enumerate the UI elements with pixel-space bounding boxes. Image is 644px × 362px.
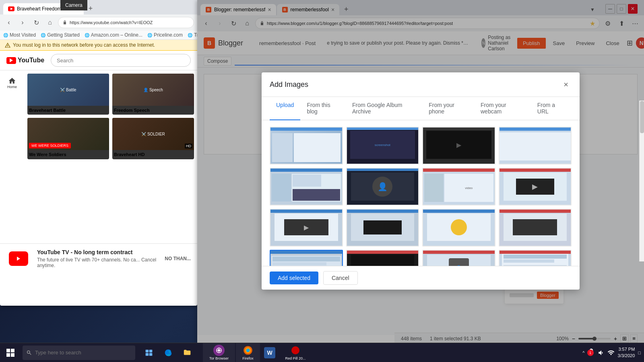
add-selected-button[interactable]: Add selected xyxy=(270,272,318,284)
image-thumb-7[interactable] xyxy=(422,209,495,247)
taskbar-search-input[interactable] xyxy=(35,350,131,356)
image-thumb-t2[interactable]: screenshot xyxy=(346,127,419,165)
yt-sidebar-home[interactable]: Home xyxy=(0,74,24,92)
refresh-button-left[interactable]: ↻ xyxy=(31,17,42,28)
taskbar-right: ^ 1 3:57 PM 3/3/2020 □ xyxy=(579,346,644,359)
taskbar-task-view[interactable] xyxy=(140,343,158,362)
modal-tab-webcam[interactable]: From your webcam xyxy=(474,97,531,120)
taskbar-edge-browser[interactable] xyxy=(159,343,177,362)
youtube-favicon xyxy=(8,6,14,12)
image-thumb-9[interactable] xyxy=(270,250,343,266)
tor-browser-taskbar-button[interactable]: Tor Browser xyxy=(203,343,235,362)
forward-button-left[interactable]: › xyxy=(17,17,28,28)
back-button-left[interactable]: ‹ xyxy=(3,17,14,28)
image-thumb-12[interactable] xyxy=(499,250,572,266)
youtube-logo[interactable]: YouTube xyxy=(6,57,44,64)
youtube-tv-no-thanks-button[interactable]: NO THAN... xyxy=(165,256,191,261)
modal-tab-google-album[interactable]: From Google Album Archive xyxy=(346,97,422,120)
modal-tab-this-blog[interactable]: From this blog xyxy=(300,97,346,120)
image-thumb-t4[interactable] xyxy=(499,127,572,165)
speaker-icon[interactable] xyxy=(598,349,605,356)
show-hidden-icons-button[interactable]: ^ xyxy=(582,350,584,355)
youtube-tv-ad: YouTube TV - No long term contract The f… xyxy=(0,243,197,274)
edge-icon xyxy=(164,348,173,357)
modal-tab-phone[interactable]: From your phone xyxy=(422,97,474,120)
modal-close-button[interactable]: × xyxy=(560,79,572,90)
video-info-4: Braveheart HD xyxy=(112,150,194,159)
video-thumb-4[interactable]: HD ⚔️ SOLDIER Braveheart HD xyxy=(112,118,194,159)
clock-display[interactable]: 3:57 PM 3/3/2020 xyxy=(618,346,635,359)
video-thumb-1[interactable]: ⚔️ Battle Braveheart Battle xyxy=(27,74,109,115)
svg-point-14 xyxy=(246,349,250,352)
video-info-1: Braveheart Battle xyxy=(27,106,109,115)
show-desktop-button[interactable]: □ xyxy=(638,350,641,355)
address-bar-left[interactable]: https://www.youtube.com/watch?v=IEOOZ xyxy=(58,17,194,28)
youtube-tv-play xyxy=(17,257,20,261)
taskbar: Tor Browser Firefox W Red Pill 20... ^ xyxy=(0,343,644,362)
youtube-icon xyxy=(6,57,16,64)
taskbar-search-icon xyxy=(27,350,32,356)
image-thumb-5[interactable]: ▶ xyxy=(270,209,343,247)
tor-icon-svg xyxy=(215,347,223,354)
image-thumb-3[interactable]: video xyxy=(422,168,495,206)
image-thumb-10[interactable]: ▶ xyxy=(346,250,419,266)
image-thumb-6[interactable] xyxy=(346,209,419,247)
youtube-play-icon xyxy=(10,58,13,62)
image-thumb-t3[interactable]: ▶ xyxy=(422,127,495,165)
modal-backdrop: Add Images × Upload From this blog From … xyxy=(197,0,644,343)
redpill-label: Red Pill 20... xyxy=(285,356,305,360)
browser-toolbar-left: ‹ › ↻ ⌂ https://www.youtube.com/watch?v=… xyxy=(0,14,197,31)
bookmark-getting-started-label: Getting Started xyxy=(47,32,80,38)
network-warning: You must log in to this network before y… xyxy=(0,40,197,51)
redpill-taskbar-button[interactable]: Red Pill 20... xyxy=(279,343,312,362)
youtube-search-input[interactable] xyxy=(51,54,191,67)
youtube-tv-icon xyxy=(9,251,28,266)
taskbar-center-icons xyxy=(140,343,196,362)
modal-scrollbar-thumb[interactable] xyxy=(640,101,644,133)
bookmark-priceline[interactable]: 🌐 Priceline.com xyxy=(147,32,183,38)
youtube-header: YouTube xyxy=(0,51,197,70)
modal-tab-upload[interactable]: Upload xyxy=(270,97,300,120)
image-thumb-1[interactable] xyxy=(270,168,343,206)
modal-tab-url[interactable]: From a URL xyxy=(531,97,572,120)
modal-scrollbar-track[interactable] xyxy=(639,101,644,261)
start-button[interactable] xyxy=(0,343,21,362)
cancel-button[interactable]: Cancel xyxy=(323,271,358,285)
image-thumb-t1[interactable] xyxy=(270,127,343,165)
firefox-icon-svg xyxy=(243,345,253,356)
bookmark-getting-started[interactable]: 🌐 Getting Started xyxy=(41,32,80,38)
svg-rect-4 xyxy=(146,350,149,352)
svg-rect-5 xyxy=(149,350,153,352)
image-thumb-4[interactable]: ▶ xyxy=(499,168,572,206)
w-taskbar-button[interactable]: W xyxy=(261,343,279,362)
network-icon[interactable] xyxy=(607,349,615,356)
svg-line-3 xyxy=(30,353,31,355)
image-thumb-2[interactable]: 👤 xyxy=(346,168,419,206)
firefox-icon xyxy=(242,345,254,356)
add-images-modal: Add Images × Upload From this blog From … xyxy=(262,72,580,290)
youtube-main-layout: Home ⚔️ Battle Braveheart Battle xyxy=(0,70,197,162)
modal-footer: Add selected Cancel xyxy=(262,266,580,290)
image-thumb-11[interactable]: 👤 xyxy=(422,250,495,266)
tor-browser-label: Tor Browser xyxy=(209,356,229,360)
svg-rect-7 xyxy=(149,353,153,356)
url-text-left: https://www.youtube.com/watch?v=IEOOZ xyxy=(70,20,153,25)
taskbar-search[interactable] xyxy=(23,346,135,360)
bookmark-most-visited[interactable]: 🌐 Most Visited xyxy=(3,32,36,38)
home-button-left[interactable]: ⌂ xyxy=(44,17,56,28)
image-thumb-8[interactable] xyxy=(499,209,572,247)
modal-body: screenshot ▶ xyxy=(262,120,580,266)
taskbar-file-explorer[interactable] xyxy=(179,343,196,362)
modal-title: Add Images xyxy=(270,80,308,89)
bookmark-tr[interactable]: 🌐 Tr xyxy=(188,32,198,38)
windows-icon xyxy=(6,349,14,357)
word-icon: W xyxy=(264,347,275,358)
firefox-taskbar-button[interactable]: Firefox xyxy=(236,343,260,362)
image-grid: screenshot ▶ xyxy=(270,127,572,266)
video-thumb-2[interactable]: 👤 Speech Freedom Speech xyxy=(112,74,194,115)
video-thumb-3[interactable]: WE WERE SOLDIERS We Were Soldiers xyxy=(27,118,109,159)
notification-icon-wrapper[interactable]: 1 xyxy=(587,348,595,357)
bookmark-amazon[interactable]: 🌐 Amazon.com – Online... xyxy=(85,32,142,38)
youtube-tv-ad-logo xyxy=(6,249,31,269)
modal-header: Add Images × xyxy=(262,72,580,97)
